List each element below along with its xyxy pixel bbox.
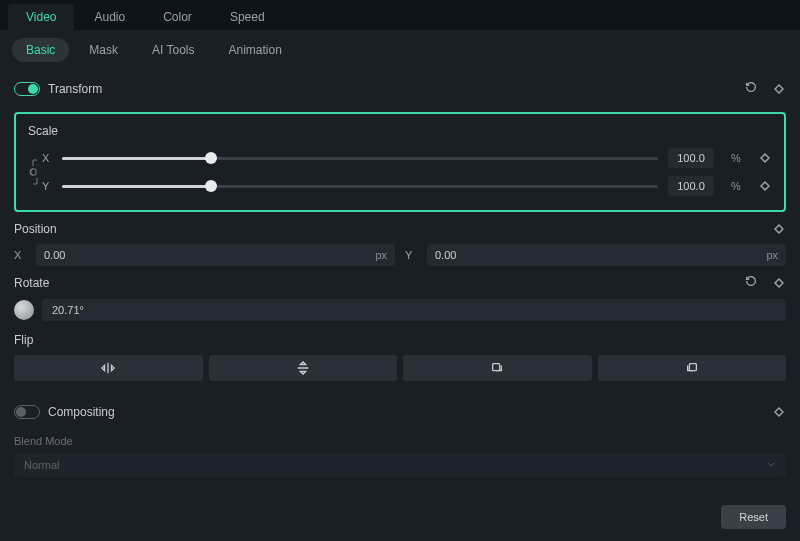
main-tabs: Video Audio Color Speed [0, 0, 800, 30]
rotate-cw-button[interactable] [403, 355, 592, 381]
transform-header: Transform [14, 70, 786, 108]
subtab-animation[interactable]: Animation [214, 38, 295, 62]
subtab-mask[interactable]: Mask [75, 38, 132, 62]
compositing-keyframe-icon[interactable] [772, 407, 786, 417]
position-y-input[interactable]: 0.00 px [427, 244, 786, 266]
scale-y-value[interactable]: 100.0 [668, 176, 714, 196]
scale-y-slider[interactable] [62, 185, 658, 188]
compositing-toggle[interactable] [14, 405, 40, 419]
flip-horizontal-button[interactable] [14, 355, 203, 381]
position-title: Position [14, 222, 57, 236]
position-x-label: X [14, 249, 26, 261]
position-y-label: Y [405, 249, 417, 261]
scale-y-label: Y [42, 180, 52, 192]
rotate-reset-icon[interactable] [744, 274, 758, 291]
transform-toggle[interactable] [14, 82, 40, 96]
compositing-header: Compositing [14, 395, 786, 429]
transform-label: Transform [48, 82, 744, 96]
scale-y-keyframe-icon[interactable] [758, 181, 772, 191]
position-y-unit: px [766, 249, 778, 261]
position-x-unit: px [375, 249, 387, 261]
svg-rect-0 [31, 169, 36, 175]
subtab-basic[interactable]: Basic [12, 38, 69, 62]
flip-vertical-button[interactable] [209, 355, 398, 381]
scale-section: Scale X 100.0 % [14, 112, 786, 212]
scale-x-keyframe-icon[interactable] [758, 153, 772, 163]
tab-color[interactable]: Color [145, 4, 210, 30]
svg-rect-1 [493, 364, 500, 371]
subtab-aitools[interactable]: AI Tools [138, 38, 208, 62]
reset-icon[interactable] [744, 80, 758, 98]
keyframe-icon[interactable] [772, 84, 786, 94]
chevron-down-icon [766, 459, 776, 471]
tab-video[interactable]: Video [8, 4, 74, 30]
scale-x-unit: % [724, 148, 748, 168]
blend-mode-value: Normal [24, 459, 59, 471]
scale-lock-icon[interactable] [28, 158, 42, 186]
reset-button[interactable]: Reset [721, 505, 786, 529]
tab-speed[interactable]: Speed [212, 4, 283, 30]
scale-x-value[interactable]: 100.0 [668, 148, 714, 168]
rotate-dial[interactable] [14, 300, 34, 320]
rotate-title: Rotate [14, 276, 49, 290]
scale-y-unit: % [724, 176, 748, 196]
sub-tabs: Basic Mask AI Tools Animation [0, 30, 800, 70]
svg-rect-2 [689, 364, 696, 371]
rotate-input[interactable]: 20.71° [42, 299, 786, 321]
flip-title: Flip [14, 333, 33, 347]
blend-mode-select[interactable]: Normal [14, 453, 786, 477]
position-y-value: 0.00 [435, 249, 766, 261]
blend-mode-label: Blend Mode [14, 435, 786, 447]
rotate-ccw-button[interactable] [598, 355, 787, 381]
position-keyframe-icon[interactable] [772, 224, 786, 234]
position-x-value: 0.00 [44, 249, 375, 261]
tab-audio[interactable]: Audio [76, 4, 143, 30]
scale-x-label: X [42, 152, 52, 164]
position-x-input[interactable]: 0.00 px [36, 244, 395, 266]
scale-title: Scale [28, 124, 772, 138]
rotate-keyframe-icon[interactable] [772, 278, 786, 288]
scale-x-slider[interactable] [62, 157, 658, 160]
compositing-label: Compositing [48, 405, 772, 419]
